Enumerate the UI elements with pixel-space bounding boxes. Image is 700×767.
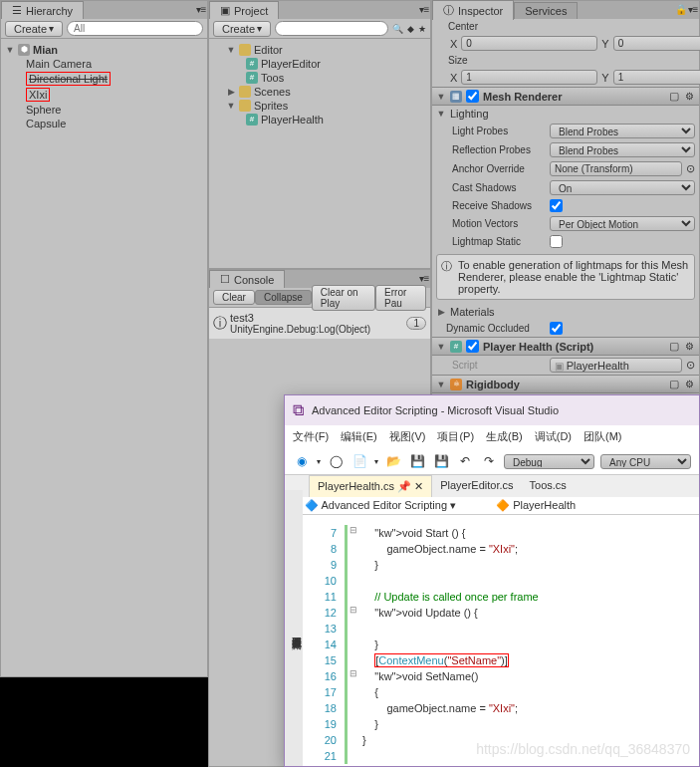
help-icon[interactable]: ▢: [669, 340, 679, 353]
console-clearplay-button[interactable]: Clear on Play: [312, 285, 375, 311]
folder-icon: [239, 100, 251, 112]
hierarchy-create-button[interactable]: Create ▾: [5, 21, 63, 37]
console-clear-button[interactable]: Clear: [213, 290, 255, 305]
hierarchy-item[interactable]: Directional Light: [3, 71, 205, 87]
hierarchy-panel: ☰ Hierarchy▾≡ Create ▾ ▼⬢Mian Main Camer…: [0, 0, 208, 677]
console-message[interactable]: ⓘ test3UnityEngine.Debug:Log(Object) 1: [209, 308, 430, 339]
foldout-icon[interactable]: ▼: [226, 101, 236, 111]
menu-debug[interactable]: 调试(D): [535, 429, 572, 444]
console-collapse-button[interactable]: Collapse: [255, 290, 312, 305]
vs-sidebar-tabs[interactable]: 服务器资源管理器 工具箱: [285, 490, 303, 766]
folder-icon: [239, 44, 251, 56]
gear-icon[interactable]: ⚙: [683, 91, 695, 103]
rigidbody-header[interactable]: ▼⚛Rigidbody▢⚙: [432, 375, 699, 393]
file-tab[interactable]: PlayerEditor.cs: [432, 475, 521, 497]
inspector-tab[interactable]: ⓘ Inspector: [432, 0, 514, 20]
menu-view[interactable]: 视图(V): [389, 429, 426, 444]
hierarchy-item[interactable]: Sphere: [3, 103, 205, 117]
services-tab[interactable]: Services: [514, 2, 578, 19]
panel-menu-icon[interactable]: ▾≡: [195, 4, 207, 16]
menu-team[interactable]: 团队(M): [583, 429, 622, 444]
project-search-input[interactable]: [275, 21, 388, 36]
file-tab-active[interactable]: PlayerHealth.cs 📌 ✕: [309, 475, 432, 497]
object-picker-icon[interactable]: ⊙: [686, 162, 695, 175]
player-health-enabled[interactable]: [466, 340, 479, 353]
hierarchy-item[interactable]: Capsule: [3, 117, 205, 130]
forward-button[interactable]: ◯: [327, 452, 345, 470]
lightmap-static-checkbox[interactable]: [550, 235, 563, 248]
menu-file[interactable]: 文件(F): [293, 429, 329, 444]
code-editor[interactable]: 7 "kw">void Start () {8 gameObject.name …: [303, 525, 699, 766]
save-all-button[interactable]: 💾: [432, 452, 450, 470]
motion-vectors-dropdown[interactable]: Per Object Motion: [550, 216, 695, 231]
project-create-button[interactable]: Create ▾: [213, 21, 271, 37]
hierarchy-tree: ▼⬢Mian Main Camera Directional Light XIx…: [1, 39, 207, 134]
scene-root[interactable]: ▼⬢Mian: [3, 43, 205, 57]
console-errorpause-button[interactable]: Error Pau: [375, 285, 426, 311]
hierarchy-tab[interactable]: ☰ Hierarchy: [1, 1, 84, 19]
panel-menu-icon[interactable]: ▾≡: [418, 4, 430, 16]
foldout-icon[interactable]: ▼: [5, 45, 15, 55]
menu-build[interactable]: 生成(B): [486, 429, 523, 444]
project-panel: ▣ Project▾≡ Create ▾ 🔍◆★ ▼Editor #Player…: [208, 0, 431, 269]
csharp-icon: #: [246, 114, 258, 126]
file-item[interactable]: #PlayerEditor: [211, 57, 428, 71]
gear-icon[interactable]: ⚙: [683, 341, 695, 353]
folder-editor[interactable]: ▼Editor: [211, 43, 428, 57]
folder-scenes[interactable]: ▶Scenes: [211, 85, 428, 99]
file-tab[interactable]: Toos.cs: [522, 475, 575, 497]
config-dropdown[interactable]: Debug: [504, 454, 594, 469]
redo-button[interactable]: ↷: [480, 452, 498, 470]
hierarchy-item-selected[interactable]: XIxi: [3, 87, 205, 103]
undo-button[interactable]: ↶: [456, 452, 474, 470]
mesh-renderer-header[interactable]: ▼▦Mesh Renderer▢⚙: [432, 87, 699, 106]
menu-project[interactable]: 项目(P): [437, 429, 474, 444]
player-health-header[interactable]: ▼#Player Health (Script)▢⚙: [432, 337, 699, 356]
info-icon: ⓘ: [441, 259, 452, 295]
reflection-probes-dropdown[interactable]: Blend Probes: [550, 142, 695, 157]
back-button[interactable]: ◉: [293, 452, 311, 470]
folder-sprites[interactable]: ▼Sprites: [211, 99, 428, 113]
vs-toolbar: ◉▾ ◯ 📄▾ 📂 💾 💾 ↶ ↷ Debug Any CPU: [285, 448, 699, 475]
nav-class-dropdown[interactable]: 🔶 PlayerHealth: [496, 499, 576, 512]
light-probes-dropdown[interactable]: Blend Probes: [550, 124, 695, 138]
nav-project-dropdown[interactable]: 🔷 Advanced Editor Scripting ▾: [305, 499, 456, 512]
mesh-renderer-enabled[interactable]: [466, 90, 479, 103]
foldout-icon[interactable]: ▼: [226, 45, 236, 55]
hierarchy-search-input[interactable]: [67, 21, 203, 36]
info-icon: ⓘ: [213, 315, 227, 333]
center-y-field[interactable]: [613, 36, 700, 51]
file-item[interactable]: #Toos: [211, 71, 428, 85]
script-field[interactable]: ▣ PlayerHealth: [550, 358, 682, 373]
size-x-field[interactable]: [461, 70, 597, 85]
visual-studio-window: ⧉Advanced Editor Scripting - Microsoft V…: [284, 394, 700, 767]
center-x-field[interactable]: [461, 36, 597, 51]
anchor-override-field[interactable]: None (Transform): [550, 161, 682, 176]
panel-menu-icon[interactable]: ▾≡: [687, 4, 699, 16]
cast-shadows-dropdown[interactable]: On: [550, 180, 695, 195]
lock-icon[interactable]: 🔒: [675, 4, 687, 16]
csharp-icon: #: [246, 72, 258, 84]
foldout-icon[interactable]: ▶: [226, 87, 236, 97]
receive-shadows-checkbox[interactable]: [550, 199, 563, 212]
new-file-button[interactable]: 📄: [350, 452, 368, 470]
console-tab[interactable]: ☐ Console: [209, 270, 285, 288]
open-button[interactable]: 📂: [384, 452, 402, 470]
help-icon[interactable]: ▢: [669, 90, 679, 103]
vs-titlebar[interactable]: ⧉Advanced Editor Scripting - Microsoft V…: [285, 395, 699, 425]
materials-label[interactable]: Materials: [450, 306, 495, 318]
project-tab[interactable]: ▣ Project: [209, 1, 279, 19]
platform-dropdown[interactable]: Any CPU: [600, 454, 691, 469]
menu-edit[interactable]: 编辑(E): [341, 429, 377, 444]
gear-icon[interactable]: ⚙: [683, 379, 695, 390]
component-icon: ▦: [450, 91, 462, 103]
file-item[interactable]: #PlayerHealth: [211, 113, 428, 127]
size-y-field[interactable]: [613, 70, 700, 85]
save-button[interactable]: 💾: [408, 452, 426, 470]
help-icon[interactable]: ▢: [669, 378, 679, 390]
panel-menu-icon[interactable]: ▾≡: [418, 273, 430, 285]
unity-icon: ⬢: [18, 44, 30, 56]
hierarchy-item[interactable]: Main Camera: [3, 57, 205, 71]
object-picker-icon[interactable]: ⊙: [686, 359, 695, 372]
dynamic-occluded-checkbox[interactable]: [550, 322, 563, 335]
